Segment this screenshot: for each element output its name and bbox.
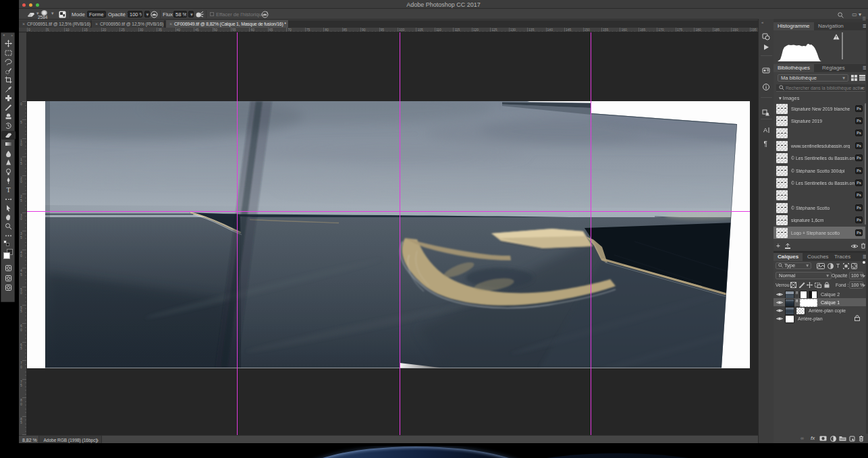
svg-text:¶: ¶ [764,140,767,148]
svg-text:A: A [763,127,767,134]
svg-text:T: T [6,186,10,194]
